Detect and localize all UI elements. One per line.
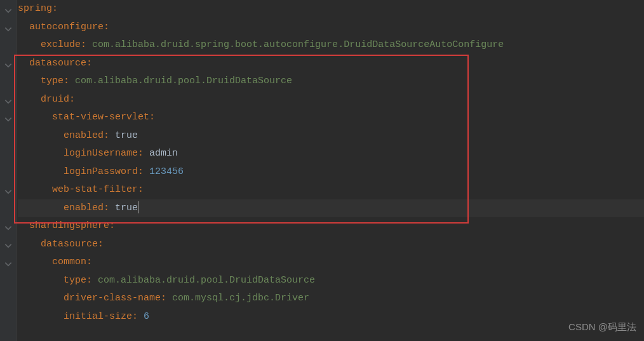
fold-icon[interactable] (4, 113, 13, 122)
yaml-value: com.alibaba.druid.spring.boot.autoconfig… (92, 36, 504, 55)
yaml-value: com.alibaba.druid.pool.DruidDataSource (75, 72, 292, 91)
code-line[interactable]: shardingsphere: (18, 217, 644, 236)
indent (18, 199, 64, 218)
colon: : (138, 145, 144, 163)
colon: : (109, 217, 115, 236)
text-cursor (138, 201, 138, 213)
yaml-key: enabled (64, 127, 104, 145)
yaml-key: loginPassword (64, 163, 138, 182)
yaml-value: com.mysql.cj.jdbc.Driver (172, 290, 309, 308)
indent (18, 272, 64, 290)
yaml-value: true (115, 127, 138, 145)
colon: : (69, 91, 75, 109)
colon: : (149, 109, 155, 127)
code-line[interactable]: autoconfigure: (18, 18, 644, 37)
yaml-value: com.alibaba.druid.pool.DruidDataSource (98, 272, 315, 290)
indent (18, 308, 64, 326)
yaml-key: spring (18, 0, 52, 18)
indent (18, 72, 41, 91)
code-line[interactable]: loginPassword: 123456 (18, 163, 644, 182)
colon: : (86, 253, 92, 272)
indent (18, 18, 29, 37)
fold-icon[interactable] (4, 185, 13, 194)
yaml-key: datasource (41, 236, 98, 254)
indent (18, 217, 29, 236)
colon: : (161, 290, 166, 308)
indent (18, 36, 41, 55)
yaml-key: enabled (64, 199, 104, 218)
code-line[interactable]: stat-view-servlet: (18, 109, 644, 127)
colon: : (98, 236, 104, 254)
yaml-value: 123456 (149, 163, 184, 182)
indent (18, 127, 64, 145)
indent (18, 290, 64, 308)
code-line[interactable]: datasource: (18, 236, 644, 254)
fold-icon[interactable] (4, 222, 13, 231)
colon: : (86, 55, 92, 73)
fold-icon[interactable] (4, 95, 13, 104)
fold-icon[interactable] (4, 239, 13, 248)
indent (18, 181, 52, 199)
yaml-key: common (52, 253, 86, 272)
code-line[interactable]: common: (18, 253, 644, 272)
yaml-value: admin (149, 145, 178, 163)
code-editor[interactable]: spring: autoconfigure: exclude: com.alib… (17, 0, 644, 326)
colon: : (104, 127, 109, 145)
code-line[interactable]: initial-size: 6 (18, 308, 644, 326)
indent (18, 109, 52, 127)
yaml-key: autoconfigure (29, 18, 104, 37)
colon: : (86, 272, 92, 290)
code-line[interactable]: web-stat-filter: (18, 181, 644, 199)
code-line[interactable]: driver-class-name: com.mysql.cj.jdbc.Dri… (18, 290, 644, 308)
yaml-key: type (41, 72, 64, 91)
colon: : (81, 36, 86, 55)
code-line[interactable]: datasource: (18, 55, 644, 73)
code-line[interactable]: enabled: true (18, 127, 644, 145)
indent (18, 253, 52, 272)
fold-icon[interactable] (4, 258, 13, 267)
yaml-key: web-stat-filter (52, 181, 138, 199)
yaml-key: datasource (29, 55, 86, 73)
yaml-key: stat-view-servlet (52, 109, 149, 127)
code-line[interactable]: exclude: com.alibaba.druid.spring.boot.a… (18, 36, 644, 55)
code-line[interactable]: type: com.alibaba.druid.pool.DruidDataSo… (18, 72, 644, 91)
fold-icon[interactable] (4, 59, 13, 68)
fold-icon[interactable] (4, 4, 13, 13)
yaml-key: exclude (41, 36, 81, 55)
indent (18, 55, 29, 73)
code-line[interactable]: druid: (18, 91, 644, 109)
yaml-key: driver-class-name (64, 290, 161, 308)
indent (18, 163, 64, 182)
yaml-value: true (115, 199, 138, 218)
code-line[interactable]: loginUsername: admin (18, 145, 644, 163)
colon: : (64, 72, 69, 91)
fold-icon[interactable] (4, 23, 13, 32)
code-line[interactable]: enabled: true (18, 199, 644, 218)
yaml-key: shardingsphere (29, 217, 109, 236)
editor-gutter (0, 0, 17, 341)
colon: : (132, 308, 138, 326)
yaml-key: type (64, 272, 86, 290)
colon: : (138, 163, 144, 182)
code-line[interactable]: spring: (18, 0, 644, 18)
colon: : (104, 199, 109, 218)
yaml-key: initial-size (64, 308, 132, 326)
indent (18, 145, 64, 163)
indent (18, 91, 41, 109)
code-line[interactable]: type: com.alibaba.druid.pool.DruidDataSo… (18, 272, 644, 290)
yaml-key: druid (41, 91, 69, 109)
colon: : (104, 18, 109, 37)
yaml-key: loginUsername (64, 145, 138, 163)
yaml-value: 6 (144, 308, 149, 326)
indent (18, 236, 41, 254)
colon: : (52, 0, 58, 18)
colon: : (138, 181, 144, 199)
